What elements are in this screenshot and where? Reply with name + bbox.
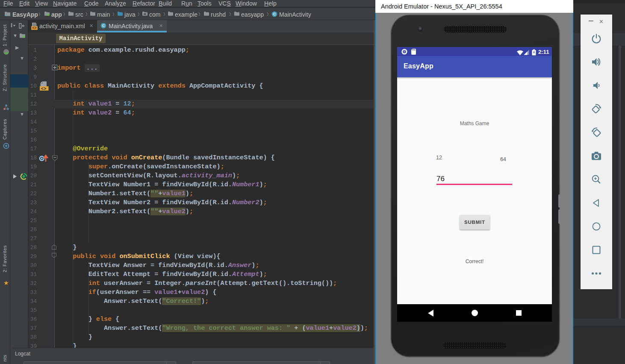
svg-text:<>: <> xyxy=(32,26,36,30)
svg-text:C: C xyxy=(102,23,105,28)
svg-text:C: C xyxy=(273,12,276,16)
svg-text:<>: <> xyxy=(41,86,47,91)
